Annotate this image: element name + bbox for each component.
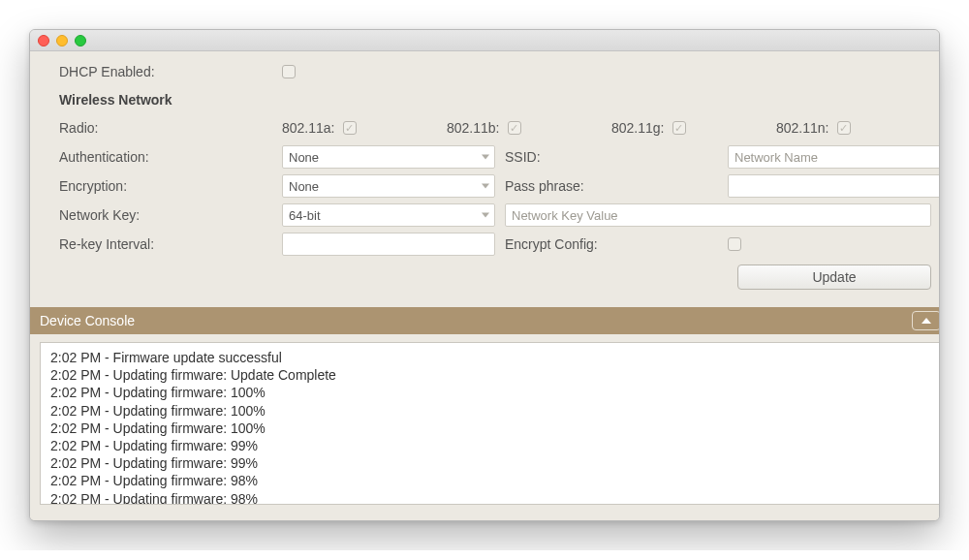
device-console-log[interactable]: 2:02 PM - Firmware update successful2:02… bbox=[40, 342, 940, 505]
settings-form: DHCP Enabled: Wireless Network Radio: 80… bbox=[30, 51, 940, 307]
main-area: DHCP Enabled: Wireless Network Radio: 80… bbox=[30, 51, 940, 520]
radio-80211b-checkbox[interactable]: ✓ bbox=[508, 121, 521, 135]
encryption-row: Encryption: None Pass phrase: bbox=[59, 171, 931, 201]
network-key-row: Network Key: 64-bit bbox=[59, 201, 931, 230]
radio-row: Radio: 802.11a: ✓ 802.11b: ✓ 802.11g: ✓ bbox=[59, 113, 931, 142]
chevron-up-icon bbox=[921, 316, 932, 326]
authentication-select[interactable]: None bbox=[282, 145, 495, 169]
radio-80211g-checkbox[interactable]: ✓ bbox=[672, 121, 686, 135]
console-line: 2:02 PM - Updating firmware: 98% bbox=[50, 490, 930, 506]
ssid-input[interactable] bbox=[728, 145, 940, 169]
window-zoom-button[interactable] bbox=[75, 35, 86, 47]
wireless-heading-row: Wireless Network bbox=[59, 86, 931, 113]
ssid-label: SSID: bbox=[505, 149, 728, 165]
titlebar[interactable] bbox=[30, 30, 939, 51]
rekey-label: Re-key Interval: bbox=[59, 236, 282, 252]
console-collapse-button[interactable] bbox=[912, 311, 940, 330]
console-line: 2:02 PM - Updating firmware: Update Comp… bbox=[50, 366, 930, 384]
network-key-label: Network Key: bbox=[59, 207, 282, 223]
device-console-body: 2:02 PM - Firmware update successful2:02… bbox=[30, 334, 940, 520]
wireless-heading: Wireless Network bbox=[59, 92, 282, 108]
console-line: 2:02 PM - Updating firmware: 100% bbox=[50, 402, 930, 420]
console-line: 2:02 PM - Updating firmware: 99% bbox=[50, 437, 930, 454]
radio-80211g: 802.11g: ✓ bbox=[611, 120, 776, 136]
device-console-header: Device Console bbox=[30, 307, 940, 334]
radio-label: Radio: bbox=[59, 120, 282, 136]
window-close-button[interactable] bbox=[38, 35, 49, 47]
console-line: 2:02 PM - Firmware update successful bbox=[50, 349, 930, 366]
radio-80211g-label: 802.11g: bbox=[611, 120, 665, 136]
device-console-title: Device Console bbox=[40, 313, 135, 328]
network-key-value-input[interactable] bbox=[505, 203, 931, 227]
rekey-interval-input[interactable] bbox=[282, 233, 495, 256]
dhcp-label: DHCP Enabled: bbox=[59, 64, 282, 79]
radio-80211b-label: 802.11b: bbox=[447, 120, 500, 136]
passphrase-label: Pass phrase: bbox=[505, 178, 728, 194]
authentication-label: Authentication: bbox=[59, 149, 282, 165]
network-key-select[interactable]: 64-bit bbox=[282, 203, 495, 227]
radio-80211b: 802.11b: ✓ bbox=[447, 120, 611, 136]
passphrase-input[interactable] bbox=[728, 174, 940, 198]
console-line: 2:02 PM - Updating firmware: 99% bbox=[50, 454, 930, 472]
rekey-row: Re-key Interval: Encrypt Config: bbox=[59, 230, 931, 259]
radio-80211a-checkbox[interactable]: ✓ bbox=[343, 121, 357, 135]
encrypt-config-checkbox[interactable] bbox=[728, 237, 741, 251]
radio-80211a: 802.11a: ✓ bbox=[282, 120, 447, 136]
encryption-label: Encryption: bbox=[59, 178, 282, 194]
dhcp-row: DHCP Enabled: bbox=[59, 57, 931, 86]
encryption-select[interactable]: None bbox=[282, 174, 495, 198]
auth-row: Authentication: None SSID: bbox=[59, 142, 931, 171]
radio-80211n-checkbox[interactable]: ✓ bbox=[837, 121, 851, 135]
console-line: 2:02 PM - Updating firmware: 100% bbox=[50, 384, 930, 401]
button-row: Update bbox=[59, 259, 931, 297]
dhcp-checkbox[interactable] bbox=[282, 65, 296, 78]
encrypt-config-label: Encrypt Config: bbox=[505, 236, 728, 252]
app-window: DHCP Enabled: Wireless Network Radio: 80… bbox=[29, 29, 940, 521]
radio-80211a-label: 802.11a: bbox=[282, 120, 335, 136]
update-button[interactable]: Update bbox=[737, 264, 931, 290]
console-line: 2:02 PM - Updating firmware: 100% bbox=[50, 420, 930, 437]
radio-80211n: 802.11n: ✓ bbox=[776, 120, 931, 136]
window-content: DHCP Enabled: Wireless Network Radio: 80… bbox=[30, 51, 939, 520]
window-minimize-button[interactable] bbox=[56, 35, 68, 47]
console-line: 2:02 PM - Updating firmware: 98% bbox=[50, 472, 930, 489]
radio-80211n-label: 802.11n: bbox=[776, 120, 829, 136]
